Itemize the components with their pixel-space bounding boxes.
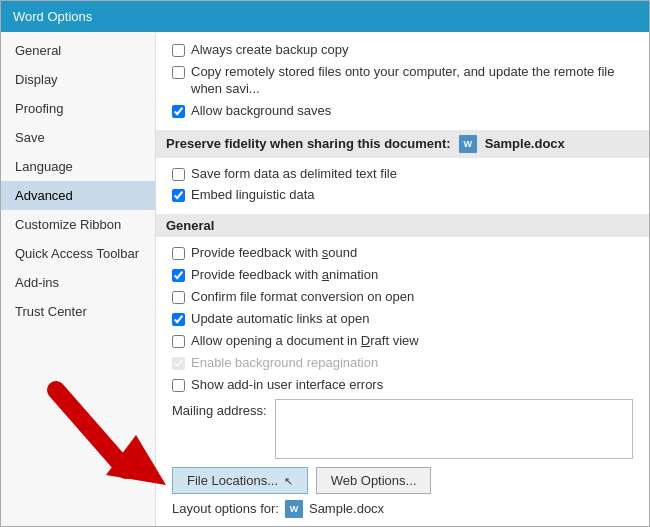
- web-options-label: Web Options...: [331, 473, 417, 488]
- checkbox-feedback-sound: Provide feedback with sound: [172, 245, 633, 262]
- mailing-address-label: Mailing address:: [172, 399, 267, 418]
- sidebar: General Display Proofing Save Language A…: [1, 32, 156, 526]
- sidebar-item-general[interactable]: General: [1, 36, 155, 65]
- file-locations-label: File Locations...: [187, 473, 278, 488]
- checkbox-formdata-label: Save form data as delimited text file: [191, 166, 397, 183]
- bottom-buttons: File Locations... ↖ Web Options...: [172, 467, 633, 494]
- layout-doc-name: Sample.docx: [309, 501, 384, 516]
- title-bar: Word Options: [1, 1, 649, 32]
- checkbox-backup-input[interactable]: [172, 44, 185, 57]
- checkbox-feedback-anim-input[interactable]: [172, 269, 185, 282]
- checkbox-bgsave-input[interactable]: [172, 105, 185, 118]
- checkbox-remotecopy-input[interactable]: [172, 66, 185, 79]
- sidebar-item-language[interactable]: Language: [1, 152, 155, 181]
- checkbox-remotecopy: Copy remotely stored files onto your com…: [172, 64, 633, 98]
- checkbox-confirm-format-input[interactable]: [172, 291, 185, 304]
- checkbox-bgsave-label: Allow background saves: [191, 103, 331, 120]
- file-locations-button[interactable]: File Locations... ↖: [172, 467, 308, 494]
- checkbox-auto-links-input[interactable]: [172, 313, 185, 326]
- checkbox-auto-links: Update automatic links at open: [172, 311, 633, 328]
- checkbox-formdata: Save form data as delimited text file: [172, 166, 633, 183]
- sidebar-item-display[interactable]: Display: [1, 65, 155, 94]
- fidelity-doc-name: Sample.docx: [485, 136, 565, 151]
- checkbox-bg-repagin-input[interactable]: [172, 357, 185, 370]
- sidebar-item-advanced[interactable]: Advanced: [1, 181, 155, 210]
- checkbox-feedback-sound-label: Provide feedback with sound: [191, 245, 357, 262]
- sidebar-item-save[interactable]: Save: [1, 123, 155, 152]
- web-options-button[interactable]: Web Options...: [316, 467, 432, 494]
- checkbox-bg-repagin-label: Enable background repagination: [191, 355, 378, 372]
- checkbox-linguistic-label: Embed linguistic data: [191, 187, 315, 204]
- fidelity-label: Preserve fidelity when sharing this docu…: [166, 136, 451, 151]
- checkbox-bg-repagin: Enable background repagination: [172, 355, 633, 372]
- layout-label: Layout options for:: [172, 501, 279, 516]
- checkbox-draft-view-label: Allow opening a document in Draft view: [191, 333, 419, 350]
- checkbox-linguistic-input[interactable]: [172, 189, 185, 202]
- checkbox-formdata-input[interactable]: [172, 168, 185, 181]
- checkbox-confirm-format-label: Confirm file format conversion on open: [191, 289, 414, 306]
- checkbox-addin-errors: Show add-in user interface errors: [172, 377, 633, 394]
- fidelity-section-header: Preserve fidelity when sharing this docu…: [156, 130, 649, 158]
- sidebar-item-trust-center[interactable]: Trust Center: [1, 297, 155, 326]
- main-content: Always create backup copy Copy remotely …: [156, 32, 649, 526]
- checkbox-remotecopy-label: Copy remotely stored files onto your com…: [191, 64, 633, 98]
- sidebar-item-proofing[interactable]: Proofing: [1, 94, 155, 123]
- doc-icon-layout: W: [285, 500, 303, 518]
- checkbox-feedback-sound-input[interactable]: [172, 247, 185, 260]
- sidebar-item-quick-access-toolbar[interactable]: Quick Access Toolbar: [1, 239, 155, 268]
- checkbox-feedback-anim-label: Provide feedback with animation: [191, 267, 378, 284]
- sidebar-item-add-ins[interactable]: Add-ins: [1, 268, 155, 297]
- checkbox-feedback-anim: Provide feedback with animation: [172, 267, 633, 284]
- checkbox-auto-links-label: Update automatic links at open: [191, 311, 370, 328]
- sidebar-item-customize-ribbon[interactable]: Customize Ribbon: [1, 210, 155, 239]
- checkbox-backup: Always create backup copy: [172, 42, 633, 59]
- layout-section: Layout options for: W Sample.docx: [172, 500, 633, 518]
- checkbox-addin-errors-label: Show add-in user interface errors: [191, 377, 383, 394]
- dialog-title: Word Options: [13, 9, 92, 24]
- checkbox-addin-errors-input[interactable]: [172, 379, 185, 392]
- general-section-header: General: [156, 214, 649, 237]
- dialog-body: General Display Proofing Save Language A…: [1, 32, 649, 526]
- checkbox-confirm-format: Confirm file format conversion on open: [172, 289, 633, 306]
- checkbox-backup-label: Always create backup copy: [191, 42, 349, 59]
- checkbox-draft-view-input[interactable]: [172, 335, 185, 348]
- checkbox-linguistic: Embed linguistic data: [172, 187, 633, 204]
- checkbox-draft-view: Allow opening a document in Draft view: [172, 333, 633, 350]
- mailing-address-row: Mailing address:: [172, 399, 633, 459]
- checkbox-bgsave: Allow background saves: [172, 103, 633, 120]
- word-options-dialog: Word Options General Display Proofing Sa…: [0, 0, 650, 527]
- doc-icon-fidelity: W: [459, 135, 477, 153]
- cursor-icon: ↖: [284, 475, 293, 487]
- mailing-address-textarea[interactable]: [275, 399, 633, 459]
